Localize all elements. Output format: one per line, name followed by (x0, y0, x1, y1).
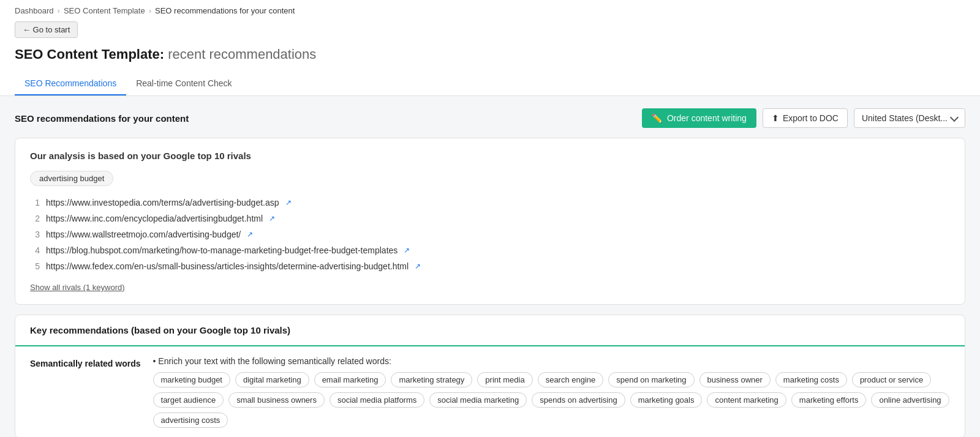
word-tag: advertising costs (153, 413, 228, 428)
page-title-light: recent recommendations (168, 47, 316, 62)
word-tag: digital marketing (235, 372, 309, 387)
table-row: 1 https://www.investopedia.com/terms/a/a… (30, 195, 950, 211)
table-row: 5 https://www.fedex.com/en-us/small-busi… (30, 258, 950, 274)
word-tag: marketing budget (153, 372, 230, 387)
word-tags-container: marketing budgetdigital marketingemail m… (153, 372, 950, 428)
external-link-icon-5[interactable]: ↗ (415, 262, 421, 271)
rival-num-5: 5 (30, 261, 40, 271)
rival-num-4: 4 (30, 245, 40, 255)
page-title: SEO Content Template: recent recommendat… (15, 47, 965, 62)
word-tag: marketing strategy (391, 372, 472, 387)
semantically-related-content: • Enrich your text with the following se… (153, 356, 950, 428)
rival-num-3: 3 (30, 230, 40, 239)
header-actions: ✏️ Order content writing ⬆ Export to DOC… (642, 108, 965, 128)
keyword-tag: advertising budget (30, 171, 113, 186)
page-wrapper: Dashboard › SEO Content Template › SEO r… (0, 0, 980, 437)
rival-link-5[interactable]: https://www.fedex.com/en-us/small-busine… (46, 261, 409, 271)
table-row: 3 https://www.wallstreetmojo.com/adverti… (30, 226, 950, 242)
rival-link-3[interactable]: https://www.wallstreetmojo.com/advertisi… (46, 230, 241, 239)
content-area: SEO recommendations for your content ✏️ … (0, 96, 980, 437)
word-tag: marketing goals (630, 392, 703, 408)
word-tag: spends on advertising (532, 392, 625, 408)
external-link-icon-3[interactable]: ↗ (247, 230, 253, 239)
external-link-icon-2[interactable]: ↗ (269, 214, 275, 223)
word-tag: spend on marketing (608, 372, 694, 387)
word-tag: marketing costs (775, 372, 847, 387)
edit-icon: ✏️ (652, 113, 662, 123)
key-recs-body: Semantically related words • Enrich your… (15, 346, 965, 437)
section-title: SEO recommendations for your content (15, 113, 189, 124)
key-recommendations-card: Key recommendations (based on your Googl… (15, 315, 965, 437)
rival-list: 1 https://www.investopedia.com/terms/a/a… (30, 195, 950, 274)
breadcrumb: Dashboard › SEO Content Template › SEO r… (15, 6, 965, 15)
external-link-icon-1[interactable]: ↗ (285, 198, 292, 207)
tab-seo-recommendations[interactable]: SEO Recommendations (15, 72, 126, 95)
word-tag: marketing efforts (791, 392, 867, 408)
analysis-card: Our analysis is based on your Google top… (15, 138, 965, 305)
word-tag: target audience (153, 392, 224, 408)
tabs-container: SEO Recommendations Real-time Content Ch… (15, 72, 965, 95)
word-tag: online advertising (871, 392, 949, 408)
word-tag: business owner (699, 372, 771, 387)
word-tag: small business owners (228, 392, 325, 408)
rec-intro-text: Enrich your text with the following sema… (158, 356, 391, 366)
word-tag: social media platforms (330, 392, 424, 408)
rival-num-1: 1 (30, 198, 40, 207)
export-to-doc-button[interactable]: ⬆ Export to DOC (763, 108, 848, 128)
order-writing-label: Order content writing (667, 113, 747, 123)
page-title-bold: SEO Content Template: (15, 47, 164, 62)
breadcrumb-dashboard[interactable]: Dashboard (15, 6, 54, 15)
breadcrumb-seo-template[interactable]: SEO Content Template (64, 6, 145, 15)
analysis-card-title: Our analysis is based on your Google top… (30, 151, 950, 161)
table-row: 2 https://www.inc.com/encyclopedia/adver… (30, 211, 950, 226)
word-tag: social media marketing (429, 392, 527, 408)
export-doc-label: Export to DOC (783, 113, 839, 123)
breadcrumb-sep-2: › (149, 6, 151, 15)
external-link-icon-4[interactable]: ↗ (404, 246, 410, 255)
word-tag: email marketing (314, 372, 386, 387)
upload-icon: ⬆ (772, 113, 779, 123)
section-header-row: SEO recommendations for your content ✏️ … (15, 108, 965, 128)
rival-link-2[interactable]: https://www.inc.com/encyclopedia/adverti… (46, 214, 263, 223)
region-label: United States (Deskt... (862, 113, 948, 123)
rec-intro: • Enrich your text with the following se… (153, 356, 950, 366)
semantically-related-label: Semantically related words (30, 356, 141, 368)
word-tag: content marketing (707, 392, 786, 408)
chevron-down-icon (950, 113, 959, 121)
order-content-writing-button[interactable]: ✏️ Order content writing (642, 108, 756, 128)
top-bar: Dashboard › SEO Content Template › SEO r… (0, 0, 980, 96)
rival-num-2: 2 (30, 214, 40, 223)
word-tag: print media (477, 372, 532, 387)
word-tag: product or service (852, 372, 931, 387)
breadcrumb-sep-1: › (58, 6, 60, 15)
word-tag: search engine (538, 372, 604, 387)
show-all-rivals-button[interactable]: Show all rivals (1 keyword) (30, 283, 125, 292)
key-recs-header: Key recommendations (based on your Googl… (15, 315, 965, 346)
bullet-icon: • (153, 356, 159, 366)
table-row: 4 https://blog.hubspot.com/marketing/how… (30, 242, 950, 258)
tab-realtime-check[interactable]: Real-time Content Check (126, 72, 241, 95)
rival-link-4[interactable]: https://blog.hubspot.com/marketing/how-t… (46, 245, 398, 255)
region-dropdown[interactable]: United States (Deskt... (854, 108, 965, 128)
rival-link-1[interactable]: https://www.investopedia.com/terms/a/adv… (46, 198, 279, 207)
go-to-start-button[interactable]: ← Go to start (15, 21, 78, 38)
semantically-related-row: Semantically related words • Enrich your… (30, 356, 950, 428)
breadcrumb-current: SEO recommendations for your content (155, 6, 295, 15)
